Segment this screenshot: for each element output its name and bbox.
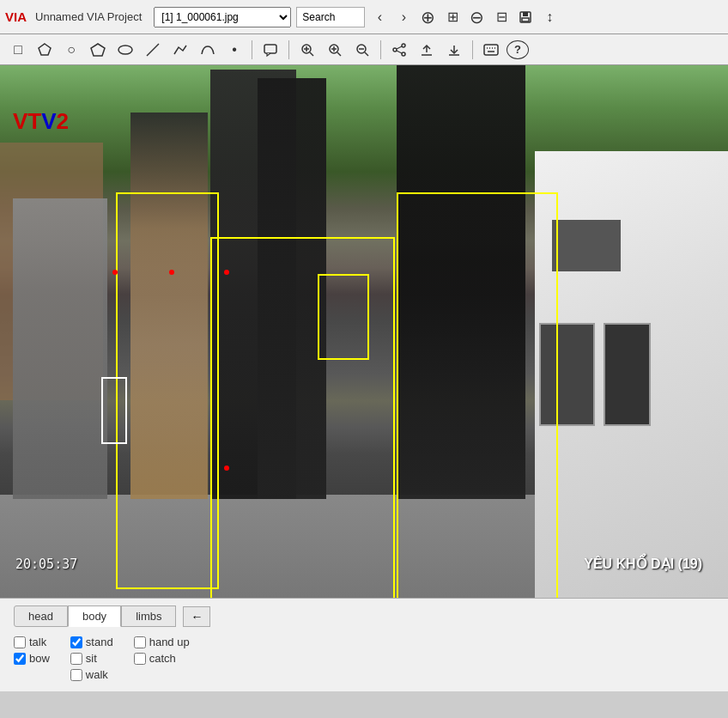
zoom-region-button[interactable] xyxy=(295,40,319,60)
circle-tool-button[interactable]: ○ xyxy=(60,40,82,60)
via-logo: VIA xyxy=(5,9,27,24)
add-multi-button[interactable]: ⊞ xyxy=(443,7,462,27)
attr-handup-item: hand up xyxy=(134,636,190,648)
zoom-in-button[interactable] xyxy=(323,40,347,60)
checkbox-stand[interactable] xyxy=(70,636,82,648)
timestamp: 20:05:37 xyxy=(15,557,77,572)
attr-walk-item: walk xyxy=(70,668,113,681)
checkbox-walk[interactable] xyxy=(70,669,82,681)
svg-line-23 xyxy=(397,51,402,53)
share-button[interactable] xyxy=(387,40,411,60)
toolbar: □ ○ • ? xyxy=(0,34,728,65)
back-button[interactable]: ← xyxy=(183,606,210,627)
nav-prev-button[interactable]: ‹ xyxy=(370,8,389,27)
label-walk: walk xyxy=(86,668,108,681)
svg-marker-4 xyxy=(91,44,105,56)
svg-rect-26 xyxy=(484,45,498,55)
bottom-panel: head body limbs ← talk bow xyxy=(0,598,728,691)
attributes-area: talk bow stand sit wal xyxy=(14,632,714,685)
polyline-tool-button[interactable] xyxy=(168,40,192,60)
file-select[interactable]: [1] 1_000061.jpg xyxy=(154,7,291,27)
separator2 xyxy=(288,40,289,59)
topbar: VIA Unnamed VIA Project [1] 1_000061.jpg… xyxy=(0,0,728,34)
svg-rect-7 xyxy=(264,45,276,53)
label-sit: sit xyxy=(86,652,97,665)
help-button[interactable]: ? xyxy=(507,40,529,59)
keyboard-button[interactable] xyxy=(479,41,503,58)
rect-tool-button[interactable]: □ xyxy=(7,40,29,60)
tab-head[interactable]: head xyxy=(14,605,68,627)
attr-catch-item: catch xyxy=(134,652,190,665)
attr-stand-item: stand xyxy=(70,636,113,648)
label-catch: catch xyxy=(149,652,176,665)
search-input[interactable] xyxy=(296,7,365,27)
checkbox-bow[interactable] xyxy=(14,653,26,665)
zoom-out-button[interactable] xyxy=(350,40,374,60)
checkbox-catch[interactable] xyxy=(134,653,146,665)
svg-line-6 xyxy=(147,44,159,56)
person5-silhouette xyxy=(397,65,525,499)
svg-point-5 xyxy=(118,46,132,54)
main-content: VTV2 20:05:37 YÊU KHỔ DẠI (19) head body… xyxy=(0,65,728,691)
attr-col2: stand sit walk xyxy=(70,636,113,681)
tab-limbs[interactable]: limbs xyxy=(121,605,176,627)
attr-sit-item: sit xyxy=(70,652,113,665)
project-title: Unnamed VIA Project xyxy=(35,10,142,23)
download-button[interactable] xyxy=(442,40,466,60)
separator4 xyxy=(472,40,473,59)
attr-col1: talk bow xyxy=(14,636,50,681)
svg-line-22 xyxy=(397,46,402,49)
tab-body[interactable]: body xyxy=(68,605,121,627)
person1-silhouette xyxy=(13,198,107,499)
checkbox-sit[interactable] xyxy=(70,653,82,665)
save-button[interactable] xyxy=(516,9,535,26)
grid-button[interactable]: ⊟ xyxy=(492,7,511,27)
van-side-window2 xyxy=(604,323,651,426)
label-talk: talk xyxy=(29,636,46,648)
remove-button[interactable]: ⊖ xyxy=(467,5,487,29)
comment-tool-button[interactable] xyxy=(258,40,282,60)
image-canvas[interactable]: VTV2 20:05:37 YÊU KHỔ DẠI (19) xyxy=(0,65,728,598)
checkbox-handup[interactable] xyxy=(134,636,146,648)
van-window-front xyxy=(552,220,621,271)
freehand-tool-button[interactable] xyxy=(86,40,110,60)
separator3 xyxy=(380,40,381,59)
person3-silhouette xyxy=(130,113,208,499)
add-image-button[interactable]: ⊕ xyxy=(418,5,438,29)
svg-rect-2 xyxy=(522,18,529,21)
svg-line-13 xyxy=(337,52,341,56)
checkbox-talk[interactable] xyxy=(14,636,26,648)
van-side-window xyxy=(539,323,595,426)
upload-button[interactable] xyxy=(415,40,439,60)
label-handup: hand up xyxy=(149,636,190,648)
ellipse-tool-button[interactable] xyxy=(113,41,137,58)
nav-next-button[interactable]: › xyxy=(394,8,413,27)
person4-silhouette xyxy=(258,78,326,499)
svg-line-17 xyxy=(365,52,368,56)
svg-line-9 xyxy=(310,52,313,56)
label-bow: bow xyxy=(29,652,50,665)
point-tool-button[interactable]: • xyxy=(223,40,246,60)
van-body xyxy=(535,151,728,598)
attr-col3: hand up catch xyxy=(134,636,190,681)
attr-talk-item: talk xyxy=(14,636,50,648)
svg-marker-3 xyxy=(39,44,51,55)
svg-rect-1 xyxy=(523,12,528,16)
line-tool-button[interactable] xyxy=(141,40,165,60)
bezier-tool-button[interactable] xyxy=(196,40,220,60)
svg-point-21 xyxy=(402,52,405,56)
separator1 xyxy=(252,40,252,59)
polygon-tool-button[interactable] xyxy=(33,40,57,60)
sort-button[interactable]: ↕ xyxy=(540,8,559,27)
vtv-logo: VTV2 xyxy=(13,108,69,135)
watermark: YÊU KHỔ DẠI (19) xyxy=(584,556,702,572)
svg-point-20 xyxy=(393,48,397,52)
svg-point-19 xyxy=(402,44,405,47)
label-stand: stand xyxy=(86,636,113,648)
attr-bow-item: bow xyxy=(14,652,50,665)
tabs-row: head body limbs ← xyxy=(14,605,714,627)
